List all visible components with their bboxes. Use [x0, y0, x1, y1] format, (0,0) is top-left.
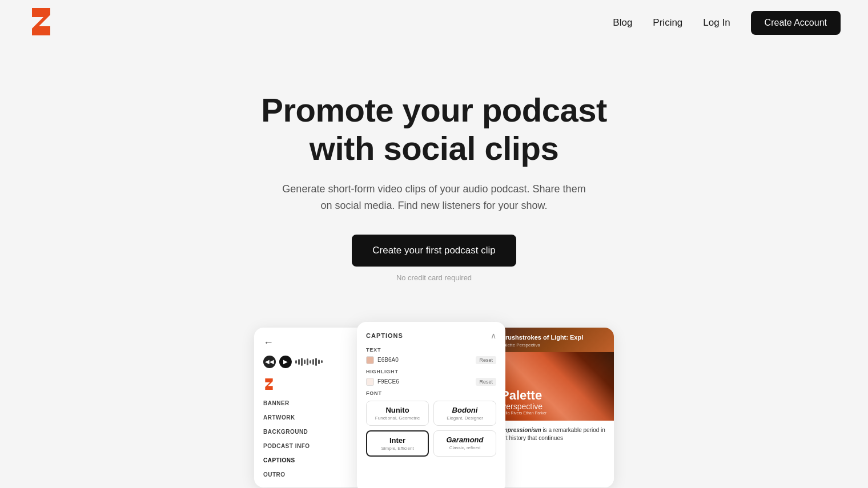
nav-pricing[interactable]: Pricing [653, 17, 682, 29]
nav-item-outro[interactable]: OUTRO [263, 471, 359, 478]
text-section-label: TEXT [366, 347, 496, 353]
nav-item-artwork[interactable]: ARTWORK [263, 414, 359, 421]
rewind-button[interactable]: ◀◀ [263, 356, 276, 368]
font-desc-inter: Simple, Efficient [372, 446, 423, 451]
mockup-right-panel: Brushstrokes of Light: Expl Palette Pers… [494, 328, 614, 487]
podcast-card-label: Palette Perspective Bella Rivers Ethan P… [501, 389, 546, 415]
player-controls: ◀◀ ▶ [263, 356, 359, 368]
nav-links: Blog Pricing Log In Create Account [613, 11, 841, 35]
font-card-garamond[interactable]: Garamond Classic, refined [433, 430, 496, 457]
font-grid: Nunito Functional, Geometric Bodoni Eleg… [366, 401, 496, 457]
font-name-bodoni: Bodoni [439, 406, 491, 414]
text-color-hex: E6B6A0 [377, 357, 399, 363]
podcast-card-header: Brushstrokes of Light: Expl Palette Pers… [494, 328, 614, 352]
font-desc-garamond: Classic, refined [439, 445, 491, 450]
podcast-body-text: Impressionism is a remarkable period in … [501, 426, 607, 442]
nav-item-background[interactable]: BACKGROUND [263, 429, 359, 435]
hero-no-credit-card-label: No credit card required [396, 273, 472, 282]
mockup-left-panel: ← ◀◀ ▶ BANNER ARTWORK [254, 328, 368, 487]
back-arrow-icon: ← [263, 337, 359, 349]
podcast-card-title: Brushstrokes of Light: Expl [501, 333, 607, 341]
font-card-bodoni[interactable]: Bodoni Elegant, Designer [433, 401, 496, 426]
captions-close-icon[interactable]: ∧ [491, 331, 496, 340]
nav-item-captions[interactable]: CAPTIONS [263, 457, 359, 463]
waveform [295, 357, 323, 367]
font-card-nunito[interactable]: Nunito Functional, Geometric [366, 401, 429, 426]
hero-subtitle: Generate short-form video clips of your … [280, 181, 588, 214]
nav-login[interactable]: Log In [703, 17, 730, 29]
text-color-reset-button[interactable]: Reset [476, 356, 496, 364]
mockup-center-panel: CAPTIONS ∧ TEXT E6B6A0 Reset HIGHLIGHT F… [357, 322, 505, 488]
nav-item-banner[interactable]: BANNER [263, 400, 359, 406]
hero-title: Promote your podcast with social clips [251, 91, 617, 167]
podcast-highlight-text: Impressionism [501, 427, 541, 433]
hero-section: Promote your podcast with social clips G… [0, 46, 868, 316]
mockup-section: ← ◀◀ ▶ BANNER ARTWORK [0, 316, 868, 488]
highlight-color-hex: F9ECE6 [377, 378, 399, 385]
highlight-color-reset-button[interactable]: Reset [476, 378, 496, 386]
highlight-color-swatch-group: F9ECE6 [366, 378, 399, 386]
text-color-row: E6B6A0 Reset [366, 356, 496, 364]
font-name-inter: Inter [372, 436, 423, 445]
nav-blog[interactable]: Blog [613, 17, 632, 29]
font-name-garamond: Garamond [439, 435, 491, 444]
podcast-label-sub: Perspective [501, 402, 546, 411]
font-name-nunito: Nunito [371, 406, 424, 414]
podcast-card: Brushstrokes of Light: Expl Palette Pers… [494, 328, 614, 487]
logo[interactable] [27, 6, 55, 40]
navbar: Blog Pricing Log In Create Account [0, 0, 868, 46]
podcast-label-main: Palette [501, 389, 546, 402]
text-color-swatch[interactable] [366, 356, 374, 364]
podcast-card-subtitle: Palette Perspectiva [501, 342, 607, 348]
mockup-logo-small [263, 377, 359, 393]
highlight-color-swatch[interactable] [366, 378, 374, 386]
nav-item-podcast-info[interactable]: PODCAST INFO [263, 443, 359, 449]
captions-title-label: CAPTIONS [366, 332, 403, 339]
play-button[interactable]: ▶ [279, 356, 292, 368]
podcast-hosts: Bella Rivers Ethan Parker [501, 411, 546, 415]
hero-cta-button[interactable]: Create your first podcast clip [352, 235, 516, 267]
nav-create-account-button[interactable]: Create Account [751, 11, 841, 35]
captions-header: CAPTIONS ∧ [366, 331, 496, 340]
podcast-card-body: Impressionism is a remarkable period in … [494, 421, 614, 487]
text-color-swatch-group: E6B6A0 [366, 356, 399, 364]
highlight-color-row: F9ECE6 Reset [366, 378, 496, 386]
highlight-section-label: HIGHLIGHT [366, 369, 496, 374]
font-card-inter[interactable]: Inter Simple, Efficient [366, 430, 429, 457]
font-desc-nunito: Functional, Geometric [371, 416, 424, 421]
font-desc-bodoni: Elegant, Designer [439, 416, 491, 421]
podcast-card-image: Palette Perspective Bella Rivers Ethan P… [494, 352, 614, 421]
font-section-label: FONT [366, 390, 496, 396]
left-panel-nav: BANNER ARTWORK BACKGROUND PODCAST INFO C… [263, 400, 359, 478]
